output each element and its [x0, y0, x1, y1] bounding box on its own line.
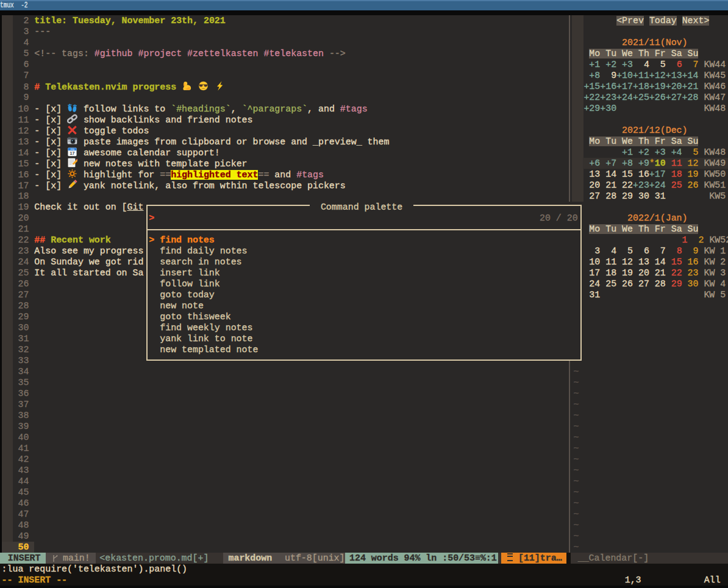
svg-text:July: July	[70, 148, 74, 151]
svg-text:17: 17	[70, 151, 75, 155]
